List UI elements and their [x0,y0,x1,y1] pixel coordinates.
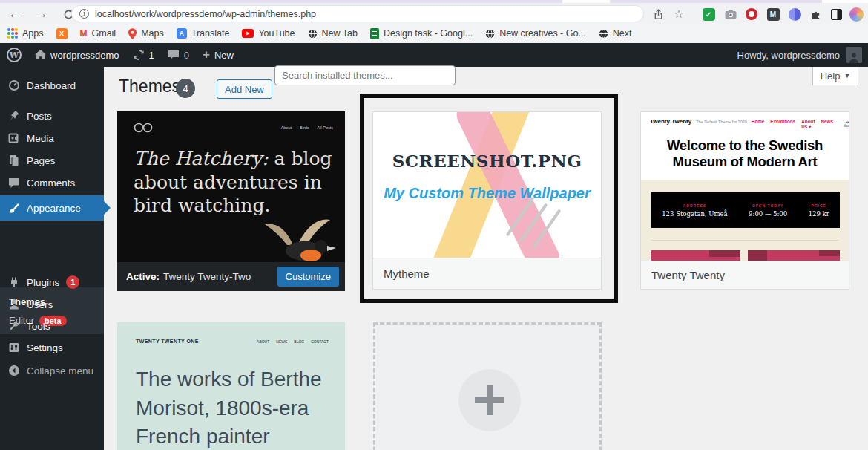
media-icon [8,132,20,144]
bookmark-next[interactable]: Next [599,28,632,39]
sidebar-item-pages[interactable]: Pages [0,150,104,171]
add-new-button[interactable]: Add New [217,79,272,99]
globe-icon [308,29,318,39]
red-o-extension-icon[interactable] [743,7,760,22]
youtube-icon [242,29,254,38]
home-icon [35,50,46,60]
sidebar-collapse-menu[interactable]: Collapse menu [0,360,104,381]
theme-screenshot: Twenty Twenty The Default Theme for 2020… [641,112,849,262]
sidebar-item-settings[interactable]: Settings [0,337,104,358]
xampp-icon: X [56,28,68,39]
bookmark-gmail[interactable]: M Gmail [80,28,116,39]
preview-nav: Home Exhibitions About Us ▾ News [752,119,833,129]
help-dropdown[interactable]: Help ▼ [812,67,858,85]
theme-card-footer: Twenty Twenty [641,261,849,289]
sheets-icon [370,28,379,39]
url-text[interactable]: localhost/work/wordpressdemo/wp-admin/th… [95,9,316,19]
extensions-puzzle-icon[interactable] [807,7,823,22]
browser-toolbar: ← → i localhost/work/wordpressdemo/wp-ad… [0,3,868,24]
forward-icon[interactable]: → [33,6,50,22]
theme-card-twenty-twenty-two[interactable]: About Birds All Posts The Hatchery: a bl… [117,111,345,291]
screenshot-camera-icon[interactable] [723,7,739,22]
s-swirl-extension-icon[interactable] [786,7,803,22]
hatchery-logo-icon [134,123,153,133]
apps-grid-icon [7,28,18,39]
theme-card-twenty-twenty[interactable]: Twenty Twenty The Default Theme for 2020… [640,111,849,290]
info-col: OPEN TODAY 9:00 — 5:00 [749,203,787,218]
address-bar[interactable]: i localhost/work/wordpressdemo/wp-admin/… [71,5,644,22]
theme-screenshot: SCREENSHOT.PNG My Custom Theme Wallpaper [373,112,601,259]
sidebar-item-users[interactable]: Users [0,294,104,315]
new-content-menu[interactable]: + New [196,43,240,67]
preview-headline: The works of Berthe Morisot, 1800s-era F… [136,365,335,450]
sidebar-item-dashboard[interactable]: Dashboard [0,75,104,96]
dashboard-icon [8,79,20,91]
plus-icon [458,369,521,431]
info-col: ADDRESS 123 Stogatan, Umeå [662,203,727,218]
theme-card-footer: Active: Twenty Twenty-Two Customize [117,262,345,291]
updates-icon [133,49,145,61]
preview-site-title: TWENTY TWENTY-ONE [136,339,199,344]
page-title: Themes [119,76,180,97]
bookmark-youtube[interactable]: YouTube [242,28,295,39]
theme-card-footer: Mytheme [373,258,601,289]
bookmark-xampp[interactable]: X [56,28,68,39]
translate-icon: A [177,28,187,39]
user-avatar [846,47,862,63]
preview-nav: ABOUT NEWS BLOG CONTACT [257,339,329,344]
appearance-brush-icon [8,202,20,214]
preview-headline: The Hatchery: a blog about adventures in… [134,147,335,218]
bookmark-design-task[interactable]: Design task - Googl... [370,28,473,39]
sidebar-toggle-icon[interactable] [828,7,844,22]
bookmark-translate[interactable]: A Translate [177,28,230,39]
sidebar-item-tools[interactable]: Tools [0,316,104,336]
globe-icon [485,29,495,39]
wp-admin-bar: W wordpressdemo 1 0 + New Howdy, wordpre… [0,43,868,67]
bookmark-star-icon[interactable]: ☆ [671,7,687,22]
site-info-icon[interactable]: i [79,9,89,19]
preview-beige-section: ADDRESS 123 Stogatan, Umeå OPEN TODAY 9:… [641,180,849,262]
pushpin-icon [8,110,20,122]
preview-subtitle: My Custom Theme Wallpaper [373,185,601,202]
preview-nav: About Birds All Posts [281,125,333,130]
pages-icon [8,154,20,166]
bookmark-new-tab[interactable]: New Tab [308,28,358,39]
theme-name: Twenty Twenty [651,269,725,281]
gmail-icon: M [80,28,88,39]
admin-sidebar: Dashboard Posts Media Pages Comments App… [0,67,104,450]
sidebar-item-plugins[interactable]: Plugins 1 [0,272,104,293]
sidebar-item-appearance[interactable]: Appearance [0,195,104,221]
site-name-menu[interactable]: wordpressdemo [28,43,126,67]
search-input[interactable] [274,65,456,85]
share-icon[interactable] [650,7,666,22]
bookmark-apps[interactable]: Apps [7,28,44,39]
bookmark-new-creatives[interactable]: New creatives - Go... [485,28,586,39]
browser-profile-avatar[interactable] [848,7,864,22]
back-icon[interactable]: ← [6,6,24,22]
preview-title: SCREENSHOT.PNG [373,151,601,171]
theme-card-mytheme[interactable]: SCREENSHOT.PNG My Custom Theme Wallpaper… [372,111,602,290]
comments-menu[interactable]: 0 [161,43,196,67]
theme-card-twenty-twenty-one[interactable]: TWENTY TWENTY-ONE ABOUT NEWS BLOG CONTAC… [117,322,345,450]
screen: ← → i localhost/work/wordpressdemo/wp-ad… [0,0,868,450]
customize-button[interactable]: Customize [277,267,339,287]
updates-menu[interactable]: 1 [126,43,161,67]
my-account-menu[interactable]: Howdy, wordpressdemo [737,47,868,63]
check-extension-icon[interactable]: ✓ [700,7,717,22]
bookmark-maps[interactable]: Maps [128,28,164,39]
bird-illustration [247,215,343,264]
maps-pin-icon [128,28,137,39]
info-bar: ADDRESS 123 Stogatan, Umeå OPEN TODAY 9:… [651,192,840,228]
m-extension-icon[interactable]: M [765,7,781,22]
sidebar-item-comments[interactable]: Comments [0,172,104,193]
plugins-update-badge: 1 [66,275,79,289]
settings-sliders-icon [8,342,20,353]
plugins-icon [8,276,20,288]
globe-icon [599,29,608,39]
tools-wrench-icon [8,320,20,332]
comment-bubble-icon [168,50,180,60]
sidebar-item-media[interactable]: Media [0,128,104,149]
sidebar-item-posts[interactable]: Posts [0,105,104,126]
add-new-theme-card[interactable] [373,322,602,450]
wp-logo-menu[interactable]: W [0,43,28,67]
